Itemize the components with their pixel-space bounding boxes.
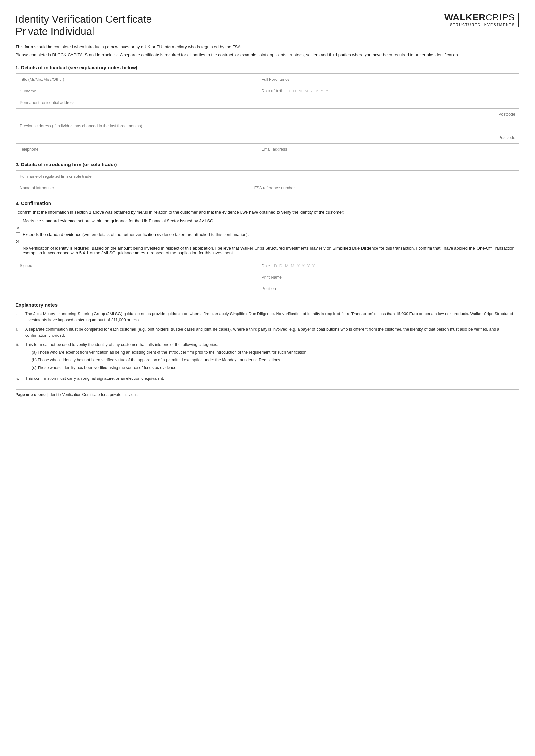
intro-line2: Please complete in BLOCK CAPITALS and in…: [15, 52, 520, 58]
section2-title: 2. Details of introducing firm (or sole …: [15, 162, 520, 167]
logo-sub: STRUCTURED INVESTMENTS: [450, 23, 515, 26]
checkbox-3[interactable]: [15, 246, 20, 251]
list-item: iii.This form cannot be used to verifiy …: [15, 342, 520, 372]
table-row: Surname Date of birth D D M M Y Y Y Y: [16, 85, 520, 97]
checkbox-1-label: Meets the standard evidence set out with…: [23, 219, 214, 223]
surname-field: Surname: [16, 85, 258, 97]
table-row: Permanent residential address: [16, 97, 520, 108]
table-row: Postcode: [16, 132, 520, 143]
table-row: Postcode: [16, 108, 520, 120]
table-row: Full name of regulated firm or sole trad…: [16, 170, 520, 182]
signed-field: Signed: [16, 260, 258, 294]
or-text-2: or: [15, 239, 520, 244]
forenames-field: Full Forenames: [258, 73, 520, 85]
notes-list: i.The Joint Money Laundering Steering Gr…: [15, 311, 520, 382]
section1-table: Title (Mr/Mrs/Miss/Other) Full Forenames…: [15, 73, 520, 155]
list-item: i.The Joint Money Laundering Steering Gr…: [15, 311, 520, 323]
introducer-field: Name of introducer: [16, 182, 250, 194]
section2-table: Full name of regulated firm or sole trad…: [15, 170, 520, 194]
date-field: Date D D M M Y Y Y Y: [258, 260, 520, 272]
page-title-block: Identity Verification Certificate Privat…: [15, 13, 152, 38]
table-row: Telephone Email address: [16, 143, 520, 155]
date-placeholder: D D M M Y Y Y Y: [274, 263, 316, 268]
address-field: Permanent residential address: [16, 97, 520, 108]
signed-table: Signed Date D D M M Y Y Y Y Print Name P…: [15, 260, 520, 294]
logo-name: WALKERCRIPS: [444, 13, 515, 22]
prev-address-field: Previous address (if individual has chan…: [16, 120, 520, 132]
section1-title: 1. Details of individual (see explanator…: [15, 65, 520, 70]
page-header: Identity Verification Certificate Privat…: [15, 13, 520, 38]
checkbox-row-3: No verification of identity is required.…: [15, 246, 520, 255]
explanatory-title: Explanatory notes: [15, 302, 520, 308]
table-row: Previous address (if individual has chan…: [16, 120, 520, 132]
confirmation-intro: I confirm that the information in sectio…: [15, 209, 520, 216]
fsa-field: FSA reference number: [250, 182, 519, 194]
print-name-field: Print Name: [258, 272, 520, 283]
logo: WALKERCRIPS STRUCTURED INVESTMENTS: [444, 13, 520, 26]
checkbox-3-label: No verification of identity is required.…: [23, 246, 520, 255]
or-text-1: or: [15, 225, 520, 230]
checkbox-2-label: Exceeds the standard evidence (written d…: [23, 232, 249, 237]
telephone-field: Telephone: [16, 143, 258, 155]
footer-bold: Page one of one: [15, 392, 45, 397]
table-row: Name of introducer FSA reference number: [16, 182, 520, 194]
footer-normal: | Identity Verification Certificate for …: [45, 392, 139, 397]
dob-field: Date of birth D D M M Y Y Y Y: [258, 85, 520, 97]
table-row: Title (Mr/Mrs/Miss/Other) Full Forenames: [16, 73, 520, 85]
postcode-field: Postcode: [16, 108, 520, 120]
list-item: iv.This confirmation must carry an origi…: [15, 376, 520, 382]
intro-line1: This form should be completed when intro…: [15, 44, 520, 50]
title-field: Title (Mr/Mrs/Miss/Other): [16, 73, 258, 85]
page-footer: Page one of one | Identity Verification …: [15, 390, 520, 397]
email-field: Email address: [258, 143, 520, 155]
position-field: Position: [258, 283, 520, 294]
dob-placeholder: D D M M Y Y Y Y: [287, 89, 329, 94]
firm-name-field: Full name of regulated firm or sole trad…: [16, 170, 520, 182]
checkbox-2[interactable]: [15, 232, 20, 237]
checkbox-row-2: Exceeds the standard evidence (written d…: [15, 232, 520, 237]
table-row: Signed Date D D M M Y Y Y Y: [16, 260, 520, 272]
prev-postcode-field: Postcode: [16, 132, 520, 143]
checkbox-1[interactable]: [15, 219, 20, 223]
list-item: ii.A separate confirmation must be compl…: [15, 326, 520, 339]
section3-title: 3. Confirmation: [15, 201, 520, 206]
page-title: Identity Verification Certificate Privat…: [15, 13, 152, 38]
checkbox-row-1: Meets the standard evidence set out with…: [15, 219, 520, 223]
